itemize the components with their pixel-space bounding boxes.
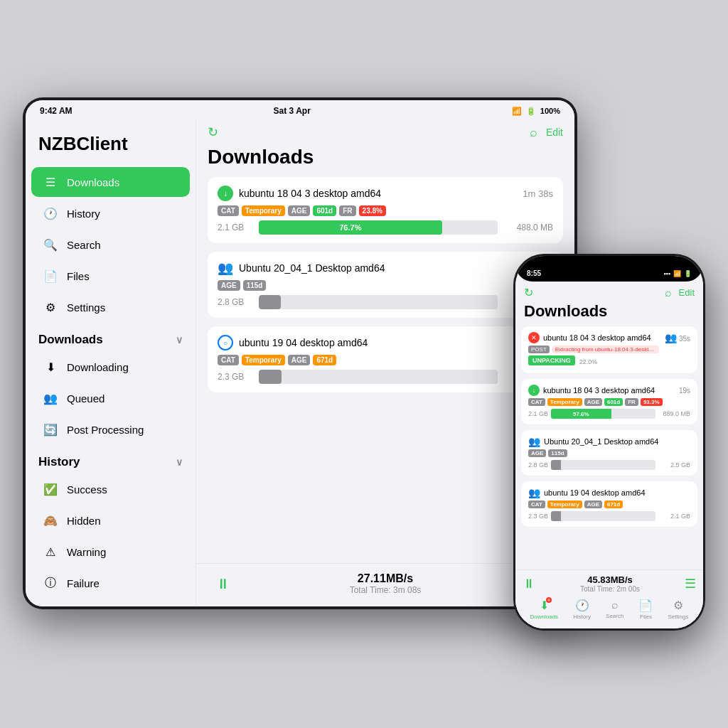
iphone-status-downloading: ↓ (528, 385, 540, 396)
sidebar-label-history: History (67, 208, 100, 220)
iphone-remaining-2: 889.0 MB (658, 410, 690, 417)
tag-fr-value: 23.8% (359, 205, 386, 216)
iphone-tab-downloads-badge-container: ⬇ 4 (540, 599, 549, 612)
total-time-label: Total Time: 3m 08s (236, 585, 535, 595)
size-label-3: 2.3 GB (218, 372, 253, 382)
warning-icon: ⚠ (43, 544, 58, 560)
sidebar-item-search[interactable]: 🔍 Search (31, 230, 190, 259)
failure-icon: ⓘ (43, 575, 58, 591)
iphone-tag-age-val-3: 115d (548, 449, 567, 457)
iphone-fill-4 (551, 511, 561, 521)
search-button-icon[interactable]: ⌕ (530, 125, 537, 140)
sidebar-item-files[interactable]: 📄 Files (31, 261, 190, 291)
iphone-tab-settings[interactable]: ⚙ Settings (668, 599, 689, 620)
iphone-tab-label-settings: Settings (668, 614, 689, 620)
iphone-speed: 45.83MB/s (580, 574, 640, 585)
iphone-size-4: 2.3 GB (528, 513, 548, 520)
battery-icon: 🔋 (526, 107, 536, 116)
list-icon: ☰ (43, 174, 58, 190)
iphone-search-icon[interactable]: ⌕ (665, 287, 672, 299)
iphone-refresh-icon[interactable]: ↻ (524, 286, 533, 299)
download-name-1: kubuntu 18 04 3 desktop amd64 (239, 188, 381, 199)
iphone-fill-3 (551, 460, 561, 470)
iphone-tag-age-2: AGE (584, 398, 602, 406)
iphone-tab-downloads[interactable]: ⬇ 4 Downloads (530, 599, 559, 620)
sidebar-item-post-processing[interactable]: 🔄 Post Processing (31, 414, 190, 444)
iphone-unpack-bar: UNPACKING (528, 355, 575, 365)
search-icon: 🔍 (43, 237, 58, 252)
sidebar-item-downloads[interactable]: ☰ Downloads (31, 167, 190, 197)
iphone-tag-fr-val-2: 93.3% (641, 398, 663, 406)
iphone-wifi-icon: 📶 (673, 270, 681, 277)
iphone-menu-icon[interactable]: ☰ (685, 576, 696, 592)
iphone-bottom-bar: ⏸ 45.83MB/s Total Time: 2m 00s ☰ (515, 569, 703, 628)
iphone-status-error: ✕ (528, 332, 540, 343)
main-toolbar: ↻ ⌕ Edit (196, 119, 574, 143)
sidebar-item-settings[interactable]: ⚙ Settings (31, 292, 190, 322)
iphone-name-3: Ubuntu 20_04_1 Desktop amd64 (544, 437, 658, 446)
downloads-section-label: Downloads (38, 333, 103, 347)
sidebar-item-queued[interactable]: 👥 Queued (31, 383, 190, 413)
iphone-badge: 4 (546, 597, 552, 603)
sidebar-item-history[interactable]: 🕐 History (31, 198, 190, 228)
iphone-unpack-pct: 22.0% (579, 358, 598, 365)
ipad-time: 9:42 AM (40, 106, 73, 116)
iphone-tag-temp-4: Temporary (547, 500, 582, 508)
tag-age-2: AGE (218, 280, 240, 291)
iphone-tab-bar: ⬇ 4 Downloads 🕐 History ⌕ Search (523, 596, 696, 626)
remaining-1: 488.0 MB (503, 223, 553, 232)
iphone-tag-fr-2: FR (625, 398, 638, 406)
iphone-tag-age-val-4: 671d (604, 500, 623, 508)
iphone-tab-search[interactable]: ⌕ Search (606, 599, 623, 620)
sidebar-label-settings: Settings (67, 301, 105, 314)
ipad-status-bar: 9:42 AM Sat 3 Apr 📶 🔋 100% (26, 100, 574, 119)
iphone-tab-files[interactable]: 📄 Files (638, 599, 653, 620)
size-label-1: 2.1 GB (218, 223, 253, 232)
progress-fill-1: 76.7% (259, 220, 442, 235)
files-icon: 📄 (43, 268, 58, 284)
iphone-tab-history[interactable]: 🕐 History (573, 599, 591, 620)
iphone-page-title: Downloads (515, 301, 703, 326)
iphone-pause-button[interactable]: ⏸ (523, 577, 535, 592)
sidebar-item-deleted[interactable]: 🗑 Deleted (31, 599, 190, 606)
status-icon-downloading: ↓ (218, 186, 233, 201)
pause-button[interactable]: ⏸ (210, 571, 236, 596)
iphone-status-right: ▪▪▪ 📶 🔋 (663, 270, 692, 277)
history-icon: 🕐 (43, 205, 58, 221)
tag-row-1: CAT Temporary AGE 601d FR 23.8% (218, 205, 553, 216)
iphone-bar-4 (551, 511, 655, 521)
iphone-tab-label-history: History (573, 614, 591, 620)
iphone-tab-label-files: Files (640, 614, 652, 620)
iphone-item-2: ↓ kubuntu 18 04 3 desktop amd64 19s CAT … (521, 379, 697, 424)
iphone-time-1: 👥 35s (665, 332, 690, 343)
edit-button[interactable]: Edit (546, 127, 563, 138)
sidebar-item-hidden[interactable]: 🙈 Hidden (31, 505, 190, 535)
post-icon: 🔄 (43, 422, 58, 437)
iphone-post-row: POST Extracting from ubuntu-18.04.3-desk… (528, 346, 690, 353)
hidden-icon: 🙈 (43, 513, 58, 528)
tag-temporary-3: Temporary (242, 355, 285, 365)
progress-text-1: 76.7% (339, 223, 361, 232)
iphone-tag-age-3: AGE (528, 449, 546, 457)
ipad-device: 9:42 AM Sat 3 Apr 📶 🔋 100% NZBClient ☰ D… (23, 97, 577, 609)
sidebar-item-success[interactable]: ✅ Success (31, 474, 190, 504)
downloads-section-header: Downloads ∨ (26, 323, 196, 351)
progress-container-3: 2.3 GB 9.4% (218, 370, 553, 384)
iphone-item-4: 👥 ubuntu 19 04 desktop amd64 CAT Tempora… (521, 481, 697, 527)
progress-container-1: 2.1 GB 76.7% 488.0 MB (218, 220, 553, 235)
iphone-tag-age-val-2: 601d (604, 398, 623, 406)
tag-age: AGE (288, 205, 311, 216)
tag-cat-3: CAT (218, 355, 239, 365)
ipad-date: Sat 3 Apr (274, 106, 311, 116)
size-label-2: 2.8 GB (218, 297, 253, 307)
sidebar-item-warning[interactable]: ⚠ Warning (31, 537, 190, 567)
sidebar-item-failure[interactable]: ⓘ Failure (31, 568, 190, 598)
queued-icon: 👥 (43, 390, 58, 406)
iphone-progress-4: 2.3 GB 2.1 GB (528, 511, 690, 521)
sidebar-item-downloading[interactable]: ⬇ Downloading (31, 352, 190, 382)
iphone-size-2: 2.1 GB (528, 410, 548, 417)
iphone-tab-files-icon: 📄 (638, 599, 653, 612)
download-item-1: ↓ kubuntu 18 04 3 desktop amd64 1m 38s C… (208, 177, 563, 243)
iphone-edit-button[interactable]: Edit (679, 287, 695, 298)
refresh-icon[interactable]: ↻ (208, 124, 218, 140)
